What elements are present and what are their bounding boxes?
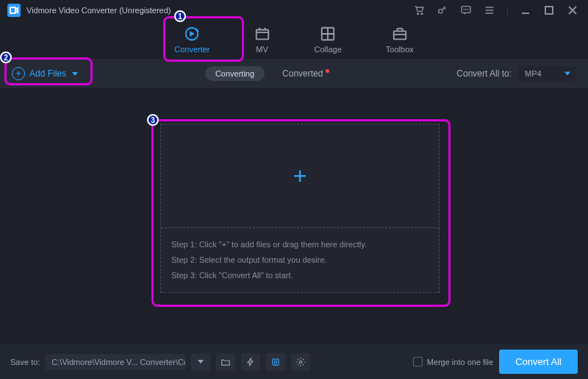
- converted-label: Converted: [282, 68, 323, 79]
- main-nav: Converter MV Collage Toolbox: [0, 21, 588, 59]
- checkbox-icon: [413, 357, 423, 366]
- instructions: Step 1: Click "+" to add files or drag t…: [161, 228, 439, 292]
- convert-all-button[interactable]: Convert All: [499, 350, 578, 374]
- step-3: Step 3: Click "Convert All" to start.: [171, 268, 429, 283]
- tab-mv[interactable]: MV: [247, 23, 278, 57]
- save-to-label: Save to:: [10, 358, 40, 366]
- svg-rect-0: [10, 7, 15, 13]
- convert-all-to-label: Convert All to:: [456, 68, 512, 79]
- titlebar: Vidmore Video Converter (Unregistered) |: [0, 0, 588, 21]
- tab-collage[interactable]: Collage: [307, 23, 349, 57]
- minimize-button[interactable]: [517, 2, 534, 18]
- tab-converter[interactable]: Converter: [167, 23, 217, 57]
- svg-point-2: [421, 13, 423, 15]
- annotation-badge-3: 3: [147, 114, 159, 126]
- open-folder-button[interactable]: [216, 353, 235, 371]
- app-icon: [7, 4, 21, 17]
- svg-point-1: [417, 13, 419, 15]
- tab-label: MV: [256, 45, 268, 54]
- menu-icon[interactable]: [481, 2, 498, 18]
- svg-point-6: [466, 9, 467, 10]
- svg-point-5: [464, 9, 465, 10]
- annotation-badge-2: 2: [0, 52, 12, 63]
- output-path-input[interactable]: C:\Vidmore\Vidmore V... Converter\Conver…: [46, 354, 185, 370]
- tab-label: Converter: [174, 45, 209, 54]
- cart-icon[interactable]: [411, 2, 427, 18]
- format-value: MP4: [525, 69, 542, 78]
- hardware-accel-button[interactable]: [241, 353, 260, 371]
- maximize-button[interactable]: [541, 2, 557, 18]
- svg-rect-13: [273, 358, 279, 364]
- notification-dot-icon: [326, 69, 329, 73]
- add-files-button[interactable]: + Add Files: [12, 67, 78, 80]
- svg-point-7: [467, 9, 468, 10]
- tab-label: Toolbox: [386, 45, 414, 54]
- sub-toolbar: + Add Files Converting Converted Convert…: [0, 59, 588, 88]
- feedback-icon[interactable]: [458, 2, 474, 18]
- svg-point-15: [300, 361, 303, 364]
- plus-circle-icon: +: [12, 67, 25, 80]
- svg-rect-12: [394, 31, 406, 39]
- add-files-dropzone[interactable]: +: [161, 124, 439, 228]
- status-converted[interactable]: Converted: [282, 66, 329, 81]
- path-dropdown-button[interactable]: [191, 353, 210, 371]
- merge-label: Merge into one file: [427, 358, 494, 366]
- status-converting[interactable]: Converting: [205, 66, 265, 81]
- svg-rect-8: [545, 7, 553, 14]
- gpu-button[interactable]: [266, 353, 285, 371]
- main-area: + Step 1: Click "+" to add files or drag…: [0, 88, 588, 344]
- svg-rect-10: [256, 30, 268, 40]
- chevron-down-icon: [72, 72, 78, 76]
- merge-checkbox[interactable]: Merge into one file: [413, 357, 494, 366]
- dropzone: + Step 1: Click "+" to add files or drag…: [160, 124, 440, 293]
- key-icon[interactable]: [434, 2, 451, 18]
- step-2: Step 2: Select the output format you des…: [171, 252, 429, 268]
- plus-icon: +: [293, 163, 307, 190]
- output-format-select[interactable]: MP4: [517, 66, 576, 81]
- settings-button[interactable]: [291, 353, 310, 371]
- app-title: Vidmore Video Converter (Unregistered): [26, 6, 171, 15]
- svg-point-3: [439, 10, 442, 13]
- svg-point-14: [275, 361, 278, 364]
- tab-label: Collage: [315, 45, 342, 54]
- add-files-label: Add Files: [29, 68, 66, 79]
- footer: Save to: C:\Vidmore\Vidmore V... Convert…: [0, 344, 588, 379]
- tab-toolbox[interactable]: Toolbox: [379, 23, 421, 57]
- chevron-down-icon: [564, 72, 570, 76]
- annotation-badge-1: 1: [174, 10, 186, 22]
- close-button[interactable]: [564, 2, 581, 18]
- step-1: Step 1: Click "+" to add files or drag t…: [171, 237, 429, 252]
